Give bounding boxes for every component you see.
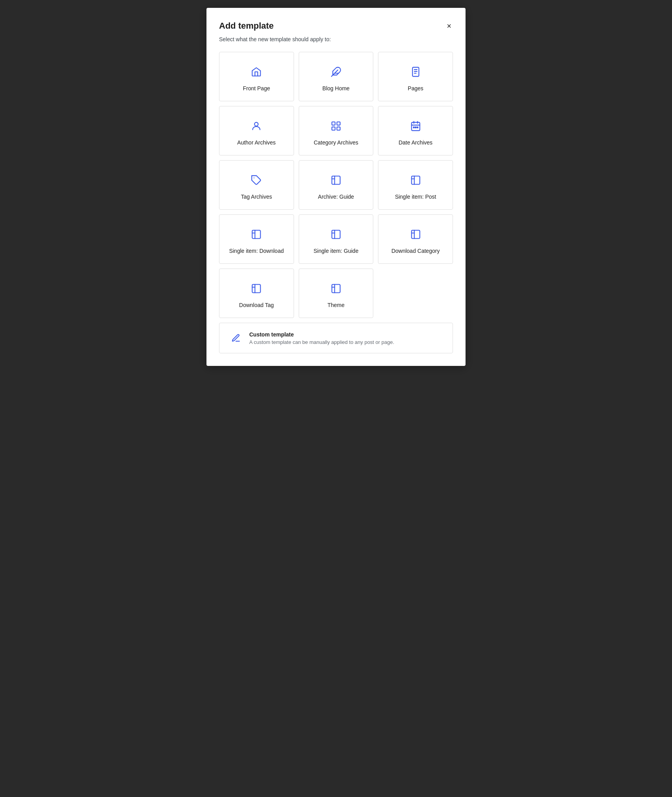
template-card-single-guide[interactable]: Single item: Guide bbox=[299, 214, 374, 264]
close-button[interactable]: × bbox=[445, 20, 453, 31]
svg-rect-16 bbox=[415, 127, 416, 128]
single-download-icon bbox=[249, 227, 263, 241]
modal-subtitle: Select what the new template should appl… bbox=[219, 36, 453, 42]
archive-guide-icon bbox=[329, 173, 343, 187]
template-card-download-tag[interactable]: Download Tag bbox=[219, 269, 294, 318]
author-archives-label: Author Archives bbox=[237, 139, 276, 146]
svg-rect-17 bbox=[417, 127, 418, 128]
archive-guide-label: Archive: Guide bbox=[318, 194, 354, 200]
svg-point-6 bbox=[255, 122, 258, 126]
custom-template-card[interactable]: Custom template A custom template can be… bbox=[219, 323, 453, 353]
template-grid: Front PageBlog HomePagesAuthor ArchivesC… bbox=[219, 52, 453, 318]
template-card-date-archives[interactable]: Date Archives bbox=[378, 106, 453, 155]
svg-rect-15 bbox=[413, 127, 414, 128]
template-card-blog-home[interactable]: Blog Home bbox=[299, 52, 374, 101]
custom-template-text: Custom template A custom template can be… bbox=[249, 331, 394, 345]
date-archives-icon bbox=[409, 119, 423, 133]
template-card-single-post[interactable]: Single item: Post bbox=[378, 160, 453, 210]
date-archives-label: Date Archives bbox=[398, 139, 432, 146]
tag-archives-icon bbox=[249, 173, 263, 187]
theme-icon bbox=[329, 282, 343, 296]
front-page-icon bbox=[249, 65, 263, 79]
pages-icon bbox=[409, 65, 423, 79]
category-archives-icon bbox=[329, 119, 343, 133]
single-post-label: Single item: Post bbox=[395, 194, 436, 200]
svg-rect-10 bbox=[337, 127, 340, 130]
svg-rect-31 bbox=[411, 230, 420, 239]
template-card-download-category[interactable]: Download Category bbox=[378, 214, 453, 264]
svg-rect-2 bbox=[412, 67, 418, 76]
single-post-icon bbox=[409, 173, 423, 187]
svg-rect-7 bbox=[332, 122, 335, 125]
tag-archives-label: Tag Archives bbox=[241, 194, 272, 200]
single-download-label: Single item: Download bbox=[229, 248, 284, 254]
single-guide-label: Single item: Guide bbox=[314, 248, 358, 254]
template-card-theme[interactable]: Theme bbox=[299, 269, 374, 318]
template-card-author-archives[interactable]: Author Archives bbox=[219, 106, 294, 155]
svg-rect-28 bbox=[332, 230, 340, 239]
template-card-pages[interactable]: Pages bbox=[378, 52, 453, 101]
modal-overlay[interactable]: Add template × Select what the new templ… bbox=[0, 0, 672, 797]
template-card-single-download[interactable]: Single item: Download bbox=[219, 214, 294, 264]
svg-rect-11 bbox=[411, 122, 420, 131]
blog-home-icon bbox=[329, 65, 343, 79]
template-card-front-page[interactable]: Front Page bbox=[219, 52, 294, 101]
front-page-label: Front Page bbox=[243, 85, 270, 91]
template-card-archive-guide[interactable]: Archive: Guide bbox=[299, 160, 374, 210]
download-category-label: Download Category bbox=[391, 248, 440, 254]
template-card-tag-archives[interactable]: Tag Archives bbox=[219, 160, 294, 210]
add-template-modal: Add template × Select what the new templ… bbox=[206, 8, 466, 366]
svg-rect-25 bbox=[252, 230, 261, 239]
modal-header: Add template × bbox=[219, 20, 453, 31]
category-archives-label: Category Archives bbox=[314, 139, 358, 146]
custom-template-icon bbox=[229, 331, 243, 345]
blog-home-label: Blog Home bbox=[322, 85, 349, 91]
svg-rect-34 bbox=[252, 285, 261, 293]
custom-template-title: Custom template bbox=[249, 331, 394, 338]
svg-rect-19 bbox=[332, 176, 340, 185]
download-tag-icon bbox=[249, 282, 263, 296]
svg-rect-8 bbox=[337, 122, 340, 125]
author-archives-icon bbox=[249, 119, 263, 133]
custom-template-description: A custom template can be manually applie… bbox=[249, 339, 394, 345]
theme-label: Theme bbox=[327, 302, 345, 308]
modal-title: Add template bbox=[219, 21, 274, 31]
download-category-icon bbox=[409, 227, 423, 241]
template-card-category-archives[interactable]: Category Archives bbox=[299, 106, 374, 155]
download-tag-label: Download Tag bbox=[239, 302, 274, 308]
svg-rect-37 bbox=[332, 285, 340, 293]
single-guide-icon bbox=[329, 227, 343, 241]
svg-rect-9 bbox=[332, 127, 335, 130]
pages-label: Pages bbox=[408, 85, 424, 91]
svg-rect-22 bbox=[411, 176, 420, 185]
